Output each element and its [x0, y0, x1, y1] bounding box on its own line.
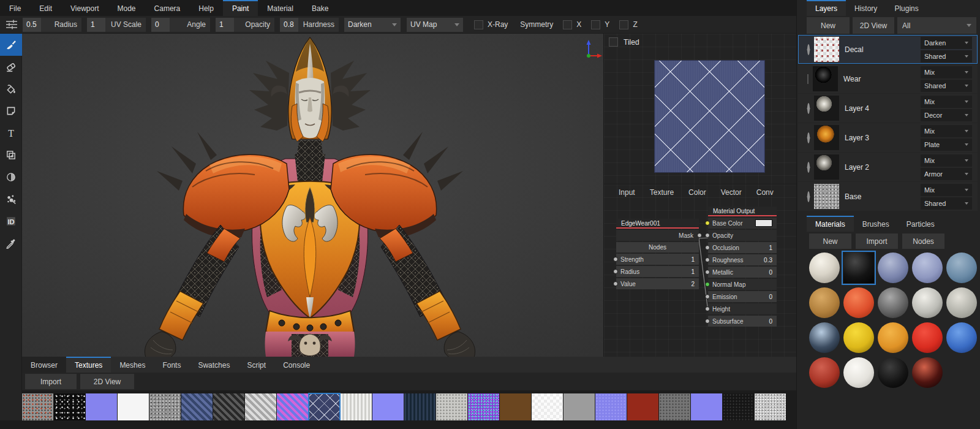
texture-thumbnail[interactable]	[755, 393, 786, 422]
input-socket[interactable]	[705, 270, 710, 275]
node-edgewear-nodes-button[interactable]: Nodes	[616, 242, 699, 252]
layer-row[interactable]: Layer 3 Mix Plate	[798, 123, 978, 152]
input-socket[interactable]	[705, 306, 710, 311]
material-sphere[interactable]	[878, 357, 908, 388]
blend-mode-dropdown[interactable]: Darken	[344, 18, 401, 32]
param-value[interactable]: 1	[216, 18, 234, 32]
material-sphere[interactable]	[878, 252, 908, 283]
texture-thumbnail[interactable]	[341, 393, 372, 422]
particle-tool-icon[interactable]	[0, 188, 22, 210]
texture-thumbnail[interactable]	[627, 393, 658, 422]
layer-thumbnail[interactable]	[814, 125, 839, 150]
viewport-3d[interactable]	[22, 34, 603, 357]
node-material-output-title[interactable]: Material Output	[708, 207, 777, 216]
layer-blend-dropdown[interactable]: Mix	[921, 66, 972, 78]
param-input-socket[interactable]	[613, 257, 618, 262]
bottom-tab[interactable]: Browser	[22, 357, 66, 373]
output-socket-row[interactable]: Height	[708, 303, 777, 314]
layer-2dview-button[interactable]: 2D View	[853, 17, 894, 34]
texture-thumbnail[interactable]	[723, 393, 754, 422]
node-param-row[interactable]: Radius 1	[616, 266, 699, 277]
layer-object-dropdown[interactable]: Armor	[921, 168, 972, 180]
menu-item[interactable]: Paint	[223, 0, 258, 16]
layer-object-dropdown[interactable]: Shared	[921, 50, 972, 63]
layer-row[interactable]: Base Mix Shared	[798, 182, 978, 211]
node-param-row[interactable]: Strength 1	[616, 254, 699, 265]
layer-thumbnail[interactable]	[814, 154, 839, 180]
texture-thumbnail[interactable]	[436, 393, 467, 422]
param-widget[interactable]: 1 Opacity	[216, 18, 274, 32]
layer-blend-dropdown[interactable]: Mix	[921, 96, 972, 108]
texture-thumbnail[interactable]	[118, 393, 149, 422]
texture-thumbnail[interactable]	[149, 393, 181, 422]
input-socket[interactable]	[705, 294, 710, 299]
material-sphere[interactable]	[809, 252, 840, 283]
texture-thumbnail[interactable]	[54, 393, 85, 422]
xray-checkbox[interactable]	[474, 20, 483, 29]
texture-thumbnail[interactable]	[372, 393, 404, 422]
texture-thumbnail[interactable]	[22, 393, 53, 422]
brush-tool-icon[interactable]	[0, 34, 22, 56]
layer-object-dropdown[interactable]: Plate	[921, 139, 972, 151]
output-socket-row[interactable]: Metallic 0	[708, 267, 777, 278]
texture-thumbnail[interactable]	[86, 393, 117, 422]
menu-item[interactable]: File	[0, 0, 30, 16]
sidebar-tab[interactable]: Layers	[807, 0, 846, 16]
texture-thumbnail[interactable]	[468, 393, 499, 422]
material-sphere[interactable]	[878, 287, 908, 318]
symmetry-axis-checkbox[interactable]	[563, 20, 572, 29]
texture-thumbnail[interactable]	[659, 393, 690, 422]
param-widget[interactable]: 0 Angle	[151, 18, 210, 32]
decal-tool-icon[interactable]	[0, 100, 22, 122]
layer-thumbnail[interactable]	[813, 66, 838, 91]
layer-visibility-toggle[interactable]	[807, 45, 810, 54]
layer-blend-dropdown[interactable]: Mix	[921, 184, 972, 196]
picker-tool-icon[interactable]	[0, 232, 22, 254]
input-socket[interactable]	[705, 282, 710, 287]
material-sphere[interactable]	[946, 287, 977, 318]
input-socket[interactable]	[705, 221, 710, 226]
menu-item[interactable]: Help	[189, 0, 223, 16]
texture-thumbnail[interactable]	[277, 393, 308, 422]
layer-object-dropdown[interactable]: Shared	[921, 197, 972, 210]
texture-2dview-button[interactable]: 2D View	[80, 374, 134, 389]
material-sphere[interactable]	[912, 287, 943, 318]
menu-item[interactable]: Material	[258, 0, 303, 16]
material-action-button[interactable]: Nodes	[902, 233, 944, 249]
param-input-socket[interactable]	[613, 281, 618, 286]
material-sphere[interactable]	[843, 287, 874, 318]
param-value[interactable]: 0.8	[280, 18, 298, 32]
layer-object-dropdown[interactable]: Shared	[921, 80, 972, 92]
material-sphere[interactable]	[878, 322, 908, 353]
material-sphere[interactable]	[809, 322, 840, 353]
texture-thumbnail[interactable]	[691, 393, 722, 422]
clone-tool-icon[interactable]	[0, 144, 22, 166]
texture-thumbnail[interactable]	[309, 393, 340, 422]
output-socket-row[interactable]: Emission 0	[708, 291, 777, 302]
bottom-tab[interactable]: Meshes	[111, 357, 154, 373]
output-socket-row[interactable]: Normal Map	[708, 279, 777, 290]
layer-blend-dropdown[interactable]: Mix	[921, 154, 972, 167]
output-socket-row[interactable]: Subsurface 0	[708, 316, 777, 327]
material-sphere[interactable]	[843, 357, 874, 388]
menu-item[interactable]: Mode	[108, 0, 145, 16]
output-socket-row[interactable]: Opacity	[708, 230, 777, 241]
materials-tab[interactable]: Materials	[807, 216, 854, 232]
texture-thumbnail[interactable]	[404, 393, 435, 422]
brush-settings-icon[interactable]	[4, 18, 20, 31]
mask-output-socket[interactable]	[697, 233, 702, 238]
layer-row[interactable]: Layer 2 Mix Armor	[798, 153, 978, 181]
texture-thumbnail[interactable]	[532, 393, 563, 422]
param-widget[interactable]: 1 UV Scale	[87, 18, 146, 32]
input-socket[interactable]	[705, 257, 710, 262]
layer-thumbnail[interactable]	[814, 37, 839, 62]
symmetry-axis-checkbox[interactable]	[619, 20, 628, 29]
layer-visibility-toggle[interactable]	[807, 163, 810, 172]
layer-row[interactable]: Layer 4 Mix Decor	[798, 94, 978, 123]
layer-blend-dropdown[interactable]: Mix	[921, 125, 972, 137]
bottom-tab[interactable]: Swatches	[189, 357, 238, 373]
fill-tool-icon[interactable]	[0, 78, 22, 100]
material-action-button[interactable]: New	[809, 233, 851, 249]
texture-thumbnail[interactable]	[245, 393, 276, 422]
layer-object-dropdown[interactable]: Decor	[921, 109, 972, 121]
